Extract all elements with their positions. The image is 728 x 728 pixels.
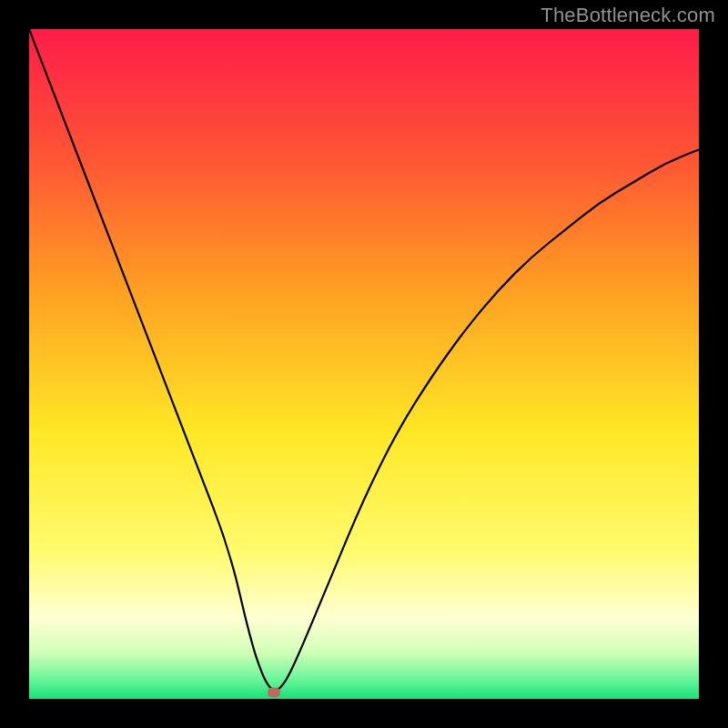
watermark-text: TheBottleneck.com [541,4,715,27]
gradient-background [29,29,699,699]
minimum-marker [268,687,280,697]
plot-area [29,29,699,699]
chart-svg [29,29,699,699]
chart-frame: TheBottleneck.com [0,0,728,728]
